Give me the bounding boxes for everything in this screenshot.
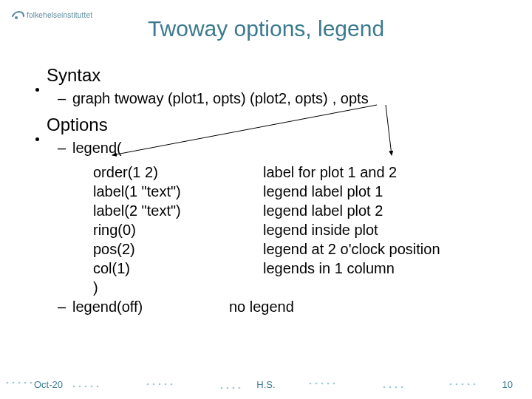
option-row: ): [93, 278, 502, 297]
legend-off-code: legend(off): [72, 297, 229, 316]
dash-icon: –: [58, 90, 68, 107]
option-desc: legend label plot 2: [263, 201, 502, 220]
option-desc: legend inside plot: [263, 220, 502, 239]
dash-icon: –: [58, 299, 68, 316]
option-code: pos(2): [93, 239, 263, 259]
option-code: label(1 "text"): [93, 182, 263, 201]
bullet-syntax: Syntax: [35, 65, 502, 86]
option-code: label(2 "text"): [93, 201, 263, 220]
option-code: ring(0): [93, 220, 263, 239]
bullet-options: Options: [35, 115, 502, 135]
option-row: ring(0) legend inside plot: [93, 220, 502, 239]
bullet-icon: [35, 137, 39, 141]
slide-title: Twoway options, legend: [0, 16, 532, 41]
option-row: col(1) legends in 1 column: [93, 259, 502, 278]
option-row: order(1 2) label for plot 1 and 2: [93, 163, 502, 182]
syntax-text-prefix: graph twoway (plot1, opts) (plot2, opts): [72, 90, 328, 107]
slide-body: Syntax – graph twoway (plot1, opts) (plo…: [35, 65, 502, 322]
footer-page-number: 10: [502, 379, 513, 390]
syntax-text-suffix: , opts: [332, 90, 369, 107]
legend-open-text: legend(: [72, 140, 122, 157]
option-desc: legend at 2 o'clock position: [263, 239, 502, 259]
footer-author: H.S.: [0, 379, 532, 390]
legend-off-row: – legend(off) no legend: [58, 297, 502, 316]
option-row: label(1 "text") legend label plot 1: [93, 182, 502, 201]
option-desc: label for plot 1 and 2: [263, 163, 502, 182]
footer-date: Oct-20: [34, 379, 63, 390]
syntax-line: – graph twoway (plot1, opts) (plot2, opt…: [58, 90, 502, 107]
legend-open-row: – legend(: [58, 140, 502, 157]
legend-off-desc: no legend: [229, 297, 502, 316]
slide-footer: Oct-20 H.S. 10: [0, 379, 532, 390]
dash-icon: –: [58, 140, 68, 157]
bullet-icon: [35, 88, 39, 92]
options-heading: Options: [47, 115, 108, 135]
option-code: col(1): [93, 259, 263, 278]
syntax-heading: Syntax: [47, 65, 100, 86]
option-desc: legend label plot 1: [263, 182, 502, 201]
option-code: order(1 2): [93, 163, 263, 182]
option-code: ): [93, 278, 263, 297]
option-desc: legends in 1 column: [263, 259, 502, 278]
option-row: pos(2) legend at 2 o'clock position: [93, 239, 502, 259]
option-desc: [263, 278, 502, 297]
option-row: label(2 "text") legend label plot 2: [93, 201, 502, 220]
legend-options-block: order(1 2) label for plot 1 and 2 label(…: [93, 163, 502, 297]
